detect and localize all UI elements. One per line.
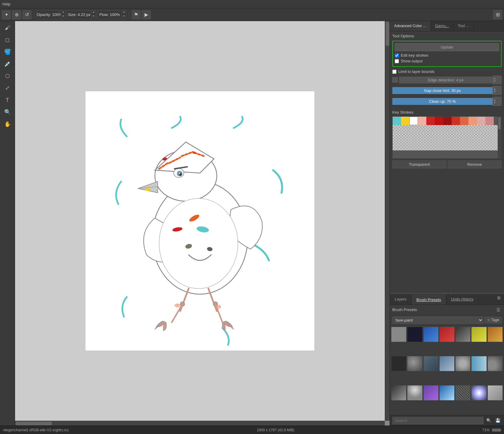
brush-item-9[interactable] [407, 356, 422, 371]
tab-undo-history[interactable]: Undo History [446, 294, 479, 304]
brush-filter-select[interactable]: fave-paint [392, 316, 483, 324]
brush-item-3[interactable] [423, 327, 439, 342]
tool-icon-1[interactable]: ✦ [2, 10, 11, 19]
brush-item-11[interactable] [439, 356, 455, 371]
edge-spinbox[interactable]: ▲▼ [493, 76, 502, 84]
tool-fill[interactable]: 🪣 [2, 46, 13, 57]
transparent-button[interactable]: Transparent [392, 160, 446, 168]
tool-paint[interactable]: 🖌 [2, 22, 13, 33]
tab-tool[interactable]: Tool ... [453, 21, 474, 31]
brush-item-13[interactable] [471, 356, 487, 371]
swatch-orange1[interactable] [460, 117, 468, 125]
tool-eraser[interactable]: ◻ [2, 34, 13, 45]
swatch-pink1[interactable] [477, 117, 485, 125]
opacity-up[interactable]: ▲ [61, 11, 65, 15]
swatch-red1[interactable] [426, 117, 435, 125]
brush-item-2[interactable] [407, 327, 422, 342]
tool-hand[interactable]: ✋ [2, 119, 13, 130]
swatch-orange2[interactable] [468, 117, 477, 125]
panel-divider[interactable]: • • • [390, 292, 504, 294]
canvas-scrollbar-horizontal[interactable] [15, 421, 385, 426]
edit-key-strokes-checkbox[interactable] [395, 53, 399, 58]
tab-brush-presets[interactable]: Brush Presets [412, 294, 446, 304]
opacity-input[interactable]: Opacity: 100% [37, 12, 61, 17]
swatch-red2[interactable] [435, 117, 443, 125]
tool-icon-undo[interactable]: ↺ [22, 10, 31, 19]
panel-settings-icon[interactable]: ⊞ [496, 294, 502, 301]
brush-item-18[interactable] [439, 385, 455, 401]
swatch-yellow[interactable] [401, 117, 409, 125]
opacity-control[interactable]: Opacity: 100% ▲ ▼ [36, 10, 66, 19]
update-button[interactable]: Update [395, 43, 499, 51]
flow-up[interactable]: ▲ [122, 11, 126, 15]
scroll-thumb-v[interactable] [386, 22, 389, 46]
expand-icon-btn[interactable]: ⊞ [493, 10, 502, 19]
menu-help[interactable]: Help [2, 2, 11, 6]
flow-arrows[interactable]: ▲ ▼ [122, 11, 126, 19]
brush-item-20[interactable] [471, 385, 487, 401]
swatch-white[interactable] [409, 117, 418, 125]
tool-select[interactable]: ⬡ [2, 71, 13, 81]
search-icon-btn[interactable]: 🔍 [485, 417, 493, 424]
brush-item-14[interactable] [487, 356, 503, 371]
swatch-peach[interactable] [418, 117, 426, 125]
edge-checkbox[interactable] [392, 77, 398, 83]
cleanup-label[interactable]: Clean up: 70 % [392, 98, 493, 105]
tool-eyedrop[interactable]: 💉 [2, 58, 13, 69]
flow-control[interactable]: Flow: 100% ▲ ▼ [97, 10, 126, 19]
brush-item-5[interactable] [455, 327, 471, 342]
brush-item-19[interactable] [455, 385, 471, 401]
flag-icon-btn[interactable]: ⚑ [132, 10, 141, 19]
size-down[interactable]: ▼ [92, 15, 96, 19]
tool-text[interactable]: T [2, 95, 13, 105]
brush-item-21[interactable] [487, 385, 503, 401]
tag-button[interactable]: ☆ Tag▾ [484, 317, 502, 323]
drawing-canvas[interactable] [86, 91, 314, 351]
brush-item-1[interactable] [391, 327, 406, 342]
show-output-checkbox[interactable] [395, 59, 399, 63]
scroll-thumb-h[interactable] [16, 422, 52, 425]
flow-down[interactable]: ▼ [122, 15, 126, 19]
remove-button[interactable]: Remove [448, 160, 502, 168]
size-arrows[interactable]: ▲ ▼ [91, 11, 96, 19]
brush-item-16[interactable] [407, 385, 422, 401]
tab-gamu[interactable]: Gamu... [431, 21, 453, 31]
search-input[interactable] [392, 417, 484, 424]
tool-icon-2[interactable]: ⊕ [12, 10, 21, 19]
brush-item-8[interactable] [391, 356, 406, 371]
swatches-scroll-thumb[interactable] [498, 117, 501, 129]
brush-item-10[interactable] [423, 356, 439, 371]
swatch-cyan[interactable] [393, 117, 401, 125]
brush-item-6[interactable] [471, 327, 487, 342]
swatch-pink2[interactable] [485, 117, 494, 125]
brush-item-4[interactable] [439, 327, 455, 342]
cleanup-spinbox[interactable]: ▲▼ [493, 97, 502, 106]
tab-advanced-color[interactable]: Advanced Color ... [390, 21, 431, 31]
brush-list-icon[interactable]: ☰ [495, 307, 502, 313]
swatch-red4[interactable] [452, 117, 460, 125]
brush-item-15[interactable] [391, 385, 406, 401]
gap-close-spinbox[interactable]: ▲▼ [493, 86, 502, 95]
tab-layers[interactable]: Layers [390, 294, 412, 304]
canvas-scrollbar-vertical[interactable] [385, 21, 390, 421]
tool-zoom[interactable]: 🔍 [2, 107, 13, 118]
opacity-arrows[interactable]: ▲ ▼ [61, 11, 65, 19]
gap-close-label[interactable]: Gap close hint: 30 px [392, 87, 493, 94]
play-icon-btn[interactable]: ▶ [142, 10, 151, 19]
canvas-background[interactable] [15, 21, 385, 421]
color-swatches-area[interactable] [392, 116, 502, 159]
size-control[interactable]: Size: 4.22 px ▲ ▼ [67, 10, 96, 19]
brush-item-12[interactable] [455, 356, 471, 371]
swatch-red3[interactable] [443, 117, 452, 125]
brush-item-17[interactable] [423, 385, 439, 401]
brush-item-7[interactable] [487, 327, 503, 342]
save-search-icon[interactable]: 💾 [494, 417, 502, 424]
size-up[interactable]: ▲ [92, 11, 96, 15]
edge-detection-value[interactable]: Edge detection: 4 px [399, 77, 493, 83]
limit-layer-checkbox[interactable] [392, 70, 397, 74]
size-input[interactable]: Size: 4.22 px [67, 12, 91, 17]
tool-transform[interactable]: ⤢ [2, 83, 13, 93]
swatches-scrollbar[interactable] [498, 117, 501, 158]
flow-input[interactable]: Flow: 100% [98, 12, 122, 17]
opacity-down[interactable]: ▼ [61, 15, 65, 19]
